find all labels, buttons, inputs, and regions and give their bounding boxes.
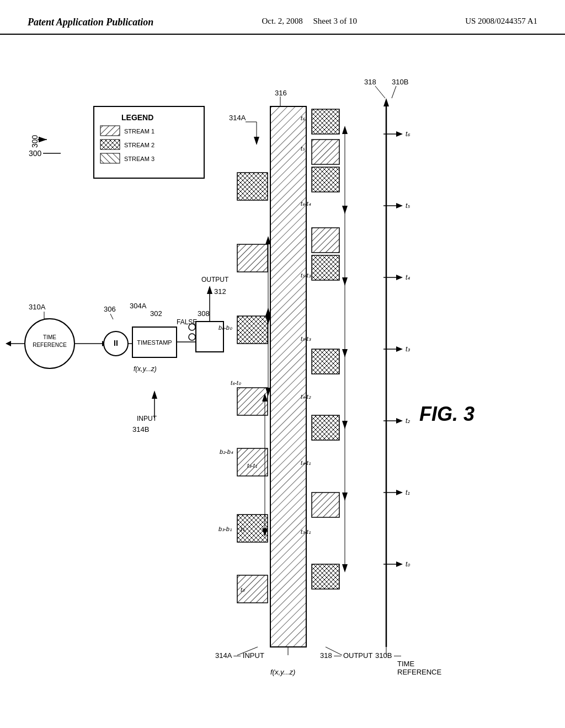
svg-marker-85 <box>396 203 403 208</box>
svg-point-42 <box>189 334 195 340</box>
svg-text:312: 312 <box>214 287 226 296</box>
svg-text:f(x,y...z): f(x,y...z) <box>134 365 157 373</box>
svg-text:t₀: t₀ <box>241 586 245 593</box>
svg-text:t₆: t₆ <box>301 115 305 121</box>
svg-rect-71 <box>312 228 339 253</box>
svg-rect-11 <box>100 153 120 163</box>
svg-text:REFERENCE: REFERENCE <box>33 342 67 348</box>
svg-text:308: 308 <box>198 309 210 318</box>
patent-diagram: LEGEND STREAM 1 STREAM 2 STREAM 3 300 30… <box>0 35 565 713</box>
svg-text:REFERENCE: REFERENCE <box>397 668 442 676</box>
svg-text:TIMESTAMP: TIMESTAMP <box>137 339 172 346</box>
svg-marker-100 <box>396 561 403 567</box>
header-sheet: Sheet 3 of 10 <box>313 17 357 25</box>
svg-text:t₄: t₄ <box>406 274 410 281</box>
svg-point-41 <box>189 324 195 330</box>
svg-rect-73 <box>312 140 339 164</box>
svg-text:316: 316 <box>275 89 287 97</box>
svg-text:t₃-t₁: t₃-t₁ <box>301 528 311 535</box>
svg-text:t₅: t₅ <box>406 202 411 210</box>
svg-marker-127 <box>254 137 259 145</box>
svg-rect-69 <box>312 349 339 374</box>
svg-text:314A: 314A <box>229 114 246 122</box>
svg-rect-65 <box>237 173 268 200</box>
svg-marker-97 <box>396 490 403 495</box>
svg-text:OUTPUT: OUTPUT <box>201 276 229 283</box>
svg-rect-64 <box>237 244 268 272</box>
svg-rect-67 <box>312 493 339 517</box>
svg-text:t₄-t₁: t₄-t₁ <box>301 459 311 466</box>
svg-marker-152 <box>342 564 348 572</box>
svg-text:304A: 304A <box>130 302 147 310</box>
svg-text:STREAM 1: STREAM 1 <box>124 128 154 135</box>
svg-rect-72 <box>312 167 339 192</box>
svg-rect-7 <box>100 126 120 136</box>
svg-text:310B —: 310B — <box>375 651 401 660</box>
header-center: Oct. 2, 2008 Sheet 3 of 10 <box>262 17 358 26</box>
svg-text:318 — OUTPUT: 318 — OUTPUT <box>320 651 372 660</box>
svg-text:318: 318 <box>364 78 376 86</box>
svg-text:LEGEND: LEGEND <box>121 113 153 122</box>
svg-line-78 <box>375 86 385 98</box>
svg-marker-141 <box>342 126 348 134</box>
svg-marker-52 <box>152 390 157 399</box>
svg-text:b₃-b₁: b₃-b₁ <box>218 526 232 532</box>
svg-marker-47 <box>207 286 212 294</box>
svg-text:t₆-t₄: t₆-t₄ <box>301 200 311 207</box>
svg-text:b₂-b₄: b₂-b₄ <box>220 448 233 455</box>
svg-text:STREAM 3: STREAM 3 <box>124 156 154 162</box>
svg-rect-54 <box>270 106 306 647</box>
svg-text:306: 306 <box>104 305 116 313</box>
svg-text:t₆-t₀: t₆-t₀ <box>231 379 241 386</box>
svg-text:t₅-t₃: t₅-t₃ <box>301 272 311 279</box>
svg-rect-66 <box>312 564 339 589</box>
svg-marker-88 <box>396 275 403 280</box>
svg-rect-70 <box>312 255 339 280</box>
svg-text:t₆: t₆ <box>406 130 411 138</box>
svg-rect-74 <box>312 109 339 134</box>
svg-text:t₃-t₁: t₃-t₁ <box>247 462 257 469</box>
svg-text:302: 302 <box>150 309 162 318</box>
svg-rect-63 <box>237 316 268 344</box>
svg-text:TIME: TIME <box>43 334 56 340</box>
svg-text:t₄-t₂: t₄-t₂ <box>301 393 311 400</box>
svg-text:314A — INPUT: 314A — INPUT <box>215 651 264 660</box>
svg-text:f(x,y...z): f(x,y...z) <box>270 668 295 676</box>
svg-line-80 <box>392 86 396 98</box>
svg-rect-68 <box>312 415 339 440</box>
svg-text:STREAM 2: STREAM 2 <box>124 142 154 148</box>
svg-text:b₆-b₀: b₆-b₀ <box>218 324 232 331</box>
svg-text:t₁: t₁ <box>241 526 244 532</box>
svg-marker-94 <box>396 418 403 424</box>
svg-marker-91 <box>396 346 403 352</box>
svg-text:300: 300 <box>30 135 39 148</box>
svg-text:t₃: t₃ <box>406 345 411 353</box>
page-header: Patent Application Publication Oct. 2, 2… <box>0 0 565 35</box>
header-title: Patent Application Publication <box>28 17 153 28</box>
svg-marker-76 <box>383 98 389 106</box>
svg-marker-82 <box>396 131 403 137</box>
diagram-area: LEGEND STREAM 1 STREAM 2 STREAM 3 300 30… <box>0 35 565 713</box>
svg-marker-21 <box>6 341 11 346</box>
svg-text:314B: 314B <box>132 425 149 433</box>
svg-text:t₅-t₃: t₅-t₃ <box>301 335 311 342</box>
svg-text:t₁: t₁ <box>406 489 410 496</box>
svg-text:300: 300 <box>29 149 42 158</box>
svg-text:II: II <box>114 339 118 347</box>
svg-text:INPUT: INPUT <box>137 415 157 422</box>
header-right: US 2008/0244357 A1 <box>465 17 537 26</box>
svg-text:t₀: t₀ <box>406 560 411 568</box>
svg-rect-9 <box>100 140 120 149</box>
header-date: Oct. 2, 2008 <box>262 17 303 25</box>
svg-text:FIG. 3: FIG. 3 <box>419 403 475 425</box>
svg-text:TIME: TIME <box>397 660 414 668</box>
svg-line-30 <box>110 314 113 319</box>
svg-text:t₅: t₅ <box>301 145 305 152</box>
svg-text:t₂: t₂ <box>406 417 411 425</box>
svg-text:310A: 310A <box>29 303 46 311</box>
svg-text:310B: 310B <box>392 78 408 86</box>
